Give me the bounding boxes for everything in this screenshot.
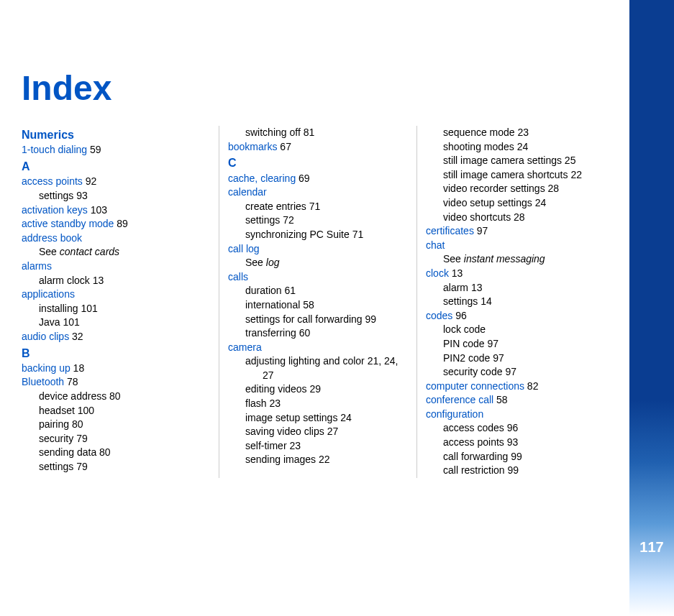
index-topic[interactable]: calls — [228, 271, 248, 282]
page-ref[interactable]: 81 — [304, 127, 315, 138]
index-topic[interactable]: certificates — [426, 225, 474, 236]
page-ref[interactable]: 13 — [452, 267, 463, 279]
page-ref[interactable]: 79 — [76, 461, 88, 472]
page-ref[interactable]: 23 — [289, 440, 301, 451]
page-ref[interactable]: 24 — [535, 197, 547, 208]
page-ref[interactable]: 99 — [365, 313, 377, 325]
page-ref[interactable]: 97 — [477, 225, 488, 236]
page-ref[interactable]: 99 — [507, 464, 519, 476]
page-ref[interactable]: 101 — [81, 303, 97, 314]
page-ref[interactable]: 93 — [76, 190, 88, 201]
index-topic[interactable]: call log — [228, 243, 260, 254]
page-ref[interactable]: 82 — [527, 380, 539, 392]
page-ref[interactable]: 80 — [109, 390, 121, 402]
index-topic[interactable]: computer connections — [426, 380, 524, 392]
page-ref[interactable]: 25 — [565, 155, 576, 166]
page-ref[interactable]: 71 — [352, 229, 364, 240]
index-sub: switching off — [245, 127, 301, 138]
index-sub: installing — [39, 303, 78, 314]
index-sub: synchronizing PC Suite — [245, 229, 350, 240]
page-ref[interactable]: 58 — [496, 394, 508, 405]
page-ref[interactable]: 28 — [514, 211, 525, 223]
page-ref[interactable]: 14 — [481, 295, 492, 307]
index-sub: access points — [443, 436, 504, 448]
page-ref[interactable]: 59 — [90, 144, 101, 155]
see-ref[interactable]: contact cards — [60, 246, 119, 257]
index-sub: call restriction — [443, 464, 505, 476]
index-topic[interactable]: audio clips — [22, 331, 69, 342]
page-ref[interactable]: 22 — [570, 169, 582, 180]
index-sub: headset — [39, 405, 75, 416]
page-ref[interactable]: 28 — [548, 183, 560, 194]
page-ref[interactable]: 27 — [263, 369, 274, 381]
page-ref[interactable]: 93 — [507, 436, 519, 448]
page-ref[interactable]: 60 — [299, 327, 311, 339]
page-ref[interactable]: 99 — [511, 451, 522, 462]
page-ref[interactable]: 101 — [63, 316, 79, 328]
index-sub: international — [245, 299, 300, 311]
page-ref[interactable]: 24 — [340, 412, 352, 423]
index-sub: create entries — [245, 201, 306, 212]
index-topic[interactable]: conference call — [426, 394, 493, 405]
page-ref[interactable]: 22 — [319, 454, 330, 465]
index-sub: sequence mode — [443, 127, 515, 138]
index-topic[interactable]: address book — [22, 232, 82, 244]
page-ref[interactable]: 78 — [67, 376, 78, 387]
page-ref[interactable]: 13 — [93, 275, 104, 286]
page-ref[interactable]: 97 — [487, 338, 498, 349]
page-ref[interactable]: 29 — [310, 383, 322, 395]
index-topic[interactable]: alarms — [22, 260, 52, 272]
sidebar-gradient — [629, 0, 674, 616]
index-column-1: Numerics 1-touch dialing 59 A access poi… — [22, 126, 219, 478]
page-ref[interactable]: 89 — [117, 218, 128, 229]
index-topic[interactable]: chat — [426, 239, 445, 251]
page-ref[interactable]: 92 — [86, 175, 97, 187]
page-ref[interactable]: 27 — [327, 426, 339, 437]
index-topic[interactable]: Bluetooth — [22, 376, 64, 387]
page-ref[interactable]: 61 — [284, 285, 296, 296]
page-ref[interactable]: 80 — [99, 446, 111, 458]
index-topic[interactable]: 1-touch dialing — [22, 144, 87, 155]
page-ref[interactable]: 58 — [303, 299, 314, 311]
page-ref[interactable]: 96 — [455, 310, 467, 321]
page-ref[interactable]: 24 — [517, 141, 529, 152]
see-ref[interactable]: log — [266, 257, 280, 268]
page-ref[interactable]: 18 — [73, 362, 85, 374]
index-topic[interactable]: backing up — [22, 362, 70, 374]
page-ref[interactable]: 32 — [72, 331, 83, 342]
page-ref[interactable]: 69 — [299, 173, 310, 184]
index-topic[interactable]: camera — [228, 341, 262, 353]
index-sub: settings — [39, 461, 73, 472]
page-ref[interactable]: 13 — [471, 282, 483, 293]
see-ref[interactable]: instant messaging — [464, 253, 545, 265]
page-ref[interactable]: 23 — [518, 127, 529, 138]
index-topic[interactable]: codes — [426, 310, 452, 321]
page-ref[interactable]: 97 — [505, 366, 516, 377]
page-ref[interactable]: 72 — [283, 214, 294, 226]
index-topic[interactable]: activation keys — [22, 204, 88, 216]
index-topic[interactable]: clock — [426, 267, 449, 279]
index-topic[interactable]: configuration — [426, 408, 483, 420]
index-topic[interactable]: bookmarks — [228, 141, 277, 152]
index-topic[interactable]: cache, clearing — [228, 173, 296, 184]
index-sub: alarm — [443, 282, 468, 293]
page-ref[interactable]: 80 — [72, 418, 83, 430]
page-ref[interactable]: 67 — [280, 141, 291, 152]
index-topic[interactable]: applications — [22, 288, 75, 300]
page-ref[interactable]: 71 — [309, 201, 321, 212]
page-ref[interactable]: 23 — [269, 397, 281, 409]
page-ref[interactable]: 79 — [76, 433, 88, 444]
index-topic[interactable]: active standby mode — [22, 218, 114, 229]
index-sub: Java — [39, 316, 60, 328]
page-ref[interactable]: 100 — [78, 405, 94, 416]
page-ref[interactable]: 97 — [493, 352, 504, 364]
page-ref[interactable]: 21, 24, — [368, 355, 399, 367]
page-ref[interactable]: 96 — [507, 422, 519, 433]
index-topic[interactable]: access points — [22, 175, 83, 187]
index-topic[interactable]: calendar — [228, 186, 267, 198]
index-columns: Numerics 1-touch dialing 59 A access poi… — [22, 126, 615, 478]
page-ref[interactable]: 103 — [91, 204, 107, 216]
index-sub: settings — [245, 214, 280, 226]
index-sub: sending images — [245, 454, 316, 465]
index-sub: still image camera settings — [443, 155, 562, 166]
